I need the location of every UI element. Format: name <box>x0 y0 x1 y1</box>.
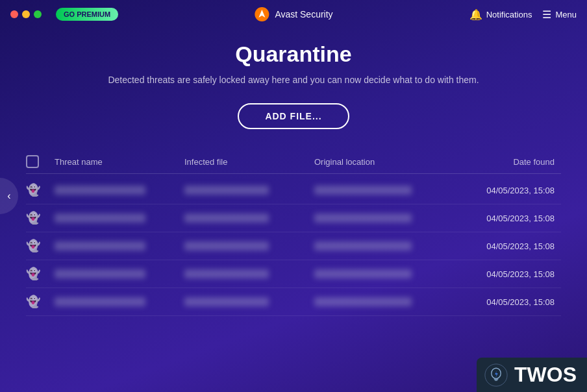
page-subtitle: Detected threats are safely locked away … <box>108 75 479 85</box>
col-threat-name: Threat name <box>55 157 184 167</box>
threat-name-cell <box>55 186 145 195</box>
original-location-cell <box>314 297 412 306</box>
threat-name-cell <box>55 269 145 278</box>
infected-file-cell <box>184 241 269 251</box>
infected-file-cell <box>184 269 269 278</box>
col-original-location: Original location <box>314 157 483 167</box>
date-found-cell: 04/05/2023, 15:08 <box>483 297 561 307</box>
ghost-icon: 👻 <box>26 295 40 308</box>
infected-file-cell <box>184 297 269 306</box>
threat-name-cell <box>55 241 145 251</box>
menu-label: Menu <box>555 10 577 19</box>
go-premium-button[interactable]: GO PREMIUM <box>56 8 118 21</box>
infected-file-cell <box>184 186 269 195</box>
titlebar-right: 🔔 Notifications ☰ Menu <box>469 8 577 21</box>
watermark: TWOS <box>477 358 587 392</box>
original-location-cell <box>314 214 412 223</box>
twos-bulb-icon <box>484 363 508 387</box>
table-header: Threat name Infected file Original locat… <box>26 150 561 174</box>
original-location-cell <box>314 241 412 251</box>
svg-point-1 <box>485 363 507 386</box>
quarantine-table: Threat name Infected file Original locat… <box>0 150 587 316</box>
original-location-cell <box>314 269 412 278</box>
notifications-label: Notifications <box>486 10 532 19</box>
threat-name-cell <box>55 297 145 306</box>
table-row[interactable]: 👻 04/05/2023, 15:08 <box>26 232 561 260</box>
titlebar: GO PREMIUM Avast Security 🔔 Notification… <box>0 0 587 29</box>
app-title-area: Avast Security <box>254 6 332 22</box>
date-found-cell: 04/05/2023, 15:08 <box>483 269 561 279</box>
app-name-label: Avast Security <box>275 9 332 19</box>
date-found-cell: 04/05/2023, 15:08 <box>483 186 561 195</box>
maximize-button[interactable] <box>34 10 42 18</box>
table-row[interactable]: 👻 04/05/2023, 15:08 <box>26 177 561 204</box>
page-title: Quarantine <box>235 42 351 67</box>
menu-button[interactable]: ☰ Menu <box>542 8 577 21</box>
add-file-button[interactable]: ADD FILE... <box>238 103 349 129</box>
date-found-cell: 04/05/2023, 15:08 <box>483 241 561 251</box>
traffic-lights <box>10 10 42 18</box>
col-date-found: Date found <box>483 157 561 167</box>
date-found-cell: 04/05/2023, 15:08 <box>483 214 561 223</box>
table-row[interactable]: 👻 04/05/2023, 15:08 <box>26 288 561 316</box>
table-row[interactable]: 👻 04/05/2023, 15:08 <box>26 260 561 288</box>
hamburger-icon: ☰ <box>542 8 551 21</box>
table-row[interactable]: 👻 04/05/2023, 15:08 <box>26 204 561 232</box>
ghost-icon: 👻 <box>26 239 40 252</box>
bell-icon: 🔔 <box>469 8 482 21</box>
avast-logo-icon <box>254 6 269 22</box>
ghost-icon: 👻 <box>26 212 40 225</box>
ghost-icon: 👻 <box>26 183 40 197</box>
notifications-button[interactable]: 🔔 Notifications <box>469 8 532 21</box>
ghost-icon: 👻 <box>26 267 40 280</box>
twos-label: TWOS <box>514 363 577 387</box>
threat-name-cell <box>55 214 145 223</box>
close-button[interactable] <box>10 10 18 18</box>
select-all-checkbox[interactable] <box>26 155 39 168</box>
main-content: Quarantine Detected threats are safely l… <box>0 29 587 316</box>
infected-file-cell <box>184 214 269 223</box>
minimize-button[interactable] <box>22 10 30 18</box>
back-icon: ‹ <box>7 190 10 202</box>
col-infected-file: Infected file <box>184 157 314 167</box>
original-location-cell <box>314 186 412 195</box>
